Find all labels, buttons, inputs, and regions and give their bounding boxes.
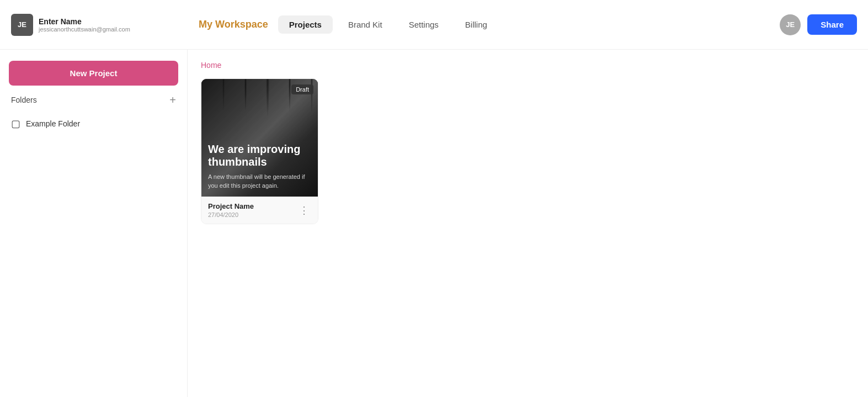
content-area: Home Draft We are improving thumbnails A…: [188, 50, 868, 397]
project-info: Project Name 27/04/2020 ⋮: [201, 197, 318, 224]
folders-label: Folders: [11, 96, 37, 104]
new-project-button[interactable]: New Project: [9, 61, 178, 86]
thumbnail-text: We are improving thumbnails A new thumbn…: [201, 136, 318, 197]
user-email: jessicanorthcuttswain@gmail.com: [39, 26, 130, 33]
share-button[interactable]: Share: [807, 14, 857, 35]
folder-item[interactable]: ▢ Example Folder: [9, 114, 178, 133]
user-section: JE Enter Name jessicanorthcuttswain@gmai…: [11, 14, 199, 36]
project-thumbnail: Draft We are improving thumbnails A new …: [201, 79, 318, 197]
draft-badge: Draft: [291, 84, 313, 94]
thumbnail-subtitle: A new thumbnail will be generated if you…: [208, 173, 312, 190]
add-folder-button[interactable]: +: [169, 94, 176, 105]
project-menu-button[interactable]: ⋮: [297, 203, 311, 218]
user-info: Enter Name jessicanorthcuttswain@gmail.c…: [39, 17, 130, 33]
sidebar: New Project Folders + ▢ Example Folder: [0, 50, 188, 397]
nav-user-avatar[interactable]: JE: [780, 14, 801, 35]
top-nav: JE Enter Name jessicanorthcuttswain@gmai…: [0, 0, 868, 50]
folders-header: Folders +: [9, 94, 178, 105]
folder-icon: ▢: [11, 118, 20, 130]
breadcrumb[interactable]: Home: [201, 61, 855, 70]
nav-right: JE Share: [780, 14, 857, 35]
project-details: Project Name 27/04/2020: [208, 202, 254, 218]
tab-billing[interactable]: Billing: [454, 15, 498, 34]
projects-grid: Draft We are improving thumbnails A new …: [201, 78, 855, 224]
workspace-title: My Workspace: [199, 19, 268, 30]
tab-brand-kit[interactable]: Brand Kit: [337, 15, 393, 34]
folder-name: Example Folder: [26, 119, 80, 128]
avatar: JE: [11, 14, 33, 36]
thumbnail-title: We are improving thumbnails: [208, 143, 312, 168]
project-name: Project Name: [208, 202, 254, 210]
main-layout: New Project Folders + ▢ Example Folder H…: [0, 50, 868, 397]
project-card[interactable]: Draft We are improving thumbnails A new …: [201, 78, 318, 224]
tab-settings[interactable]: Settings: [398, 15, 450, 34]
project-date: 27/04/2020: [208, 211, 254, 218]
user-name: Enter Name: [39, 17, 130, 26]
nav-center: My Workspace Projects Brand Kit Settings…: [199, 15, 780, 34]
tab-projects[interactable]: Projects: [278, 15, 333, 34]
